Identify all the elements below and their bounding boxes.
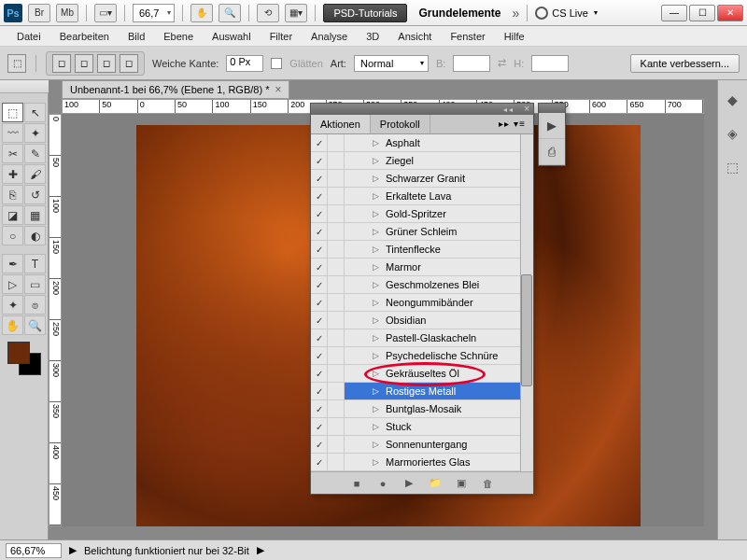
action-dialog-toggle[interactable] bbox=[328, 259, 345, 275]
action-toggle-check[interactable]: ✓ bbox=[311, 188, 328, 204]
expand-icon[interactable]: ▷ bbox=[373, 138, 384, 147]
close-button[interactable]: ✕ bbox=[717, 5, 743, 21]
minibridge-button[interactable]: Mb bbox=[56, 4, 78, 22]
blur-tool[interactable]: ○ bbox=[2, 226, 23, 245]
panel-close-icon[interactable]: × bbox=[524, 104, 529, 114]
heal-tool[interactable]: ✚ bbox=[2, 164, 23, 184]
tab-protokoll[interactable]: Protokoll bbox=[371, 115, 430, 133]
panel-titlebar[interactable]: ◂◂× bbox=[311, 104, 533, 115]
status-menu-icon[interactable]: ▶ bbox=[257, 544, 264, 556]
expand-icon[interactable]: ▷ bbox=[373, 440, 384, 449]
menu-filter[interactable]: Filter bbox=[261, 28, 302, 45]
wand-tool[interactable]: ✦ bbox=[24, 123, 46, 143]
layers-icon[interactable]: ⬚ bbox=[723, 157, 743, 177]
action-toggle-check[interactable]: ✓ bbox=[311, 365, 328, 382]
zoom-dropdown[interactable]: 66,7 bbox=[133, 4, 175, 22]
action-dialog-toggle[interactable] bbox=[328, 170, 345, 187]
action-item[interactable]: ✓▷Grüner Schleim bbox=[311, 223, 533, 241]
expand-icon[interactable]: ▷ bbox=[373, 191, 384, 201]
action-dialog-toggle[interactable] bbox=[328, 205, 345, 222]
shape-tool[interactable]: ▭ bbox=[24, 274, 46, 294]
action-dialog-toggle[interactable] bbox=[328, 188, 345, 204]
action-item[interactable]: ✓▷Buntglas-Mosaik bbox=[311, 400, 533, 418]
history-brush-tool[interactable]: ↺ bbox=[24, 185, 46, 204]
action-item[interactable]: ✓▷Schwarzer Granit bbox=[311, 170, 533, 188]
foreground-color[interactable] bbox=[7, 342, 30, 364]
hand-tool[interactable]: ✋ bbox=[2, 315, 23, 335]
expand-icon[interactable]: ▷ bbox=[373, 315, 384, 325]
action-item[interactable]: ✓▷Marmor bbox=[311, 259, 533, 276]
action-dialog-toggle[interactable] bbox=[328, 276, 345, 293]
action-toggle-check[interactable]: ✓ bbox=[311, 259, 328, 275]
lasso-tool[interactable]: 〰 bbox=[2, 123, 23, 143]
close-tab-icon[interactable]: × bbox=[275, 83, 281, 96]
pen-tool[interactable]: ✒ bbox=[2, 254, 23, 273]
menu-auswahl[interactable]: Auswahl bbox=[203, 28, 261, 45]
psd-tutorials-button[interactable]: PSD-Tutorials bbox=[323, 4, 407, 22]
menu-3d[interactable]: 3D bbox=[357, 28, 388, 45]
expand-icon[interactable]: ▷ bbox=[373, 351, 384, 360]
stamp-tool[interactable]: ⎘ bbox=[2, 185, 23, 204]
ruler-vertical[interactable]: 050100150200250300350400450 bbox=[49, 114, 62, 526]
arrange-button[interactable]: ▦▾ bbox=[285, 4, 307, 22]
3d-tool[interactable]: ✦ bbox=[2, 295, 23, 315]
action-dialog-toggle[interactable] bbox=[328, 152, 345, 169]
action-item[interactable]: ✓▷Marmoriertes Glas bbox=[311, 454, 533, 471]
style-dropdown[interactable]: Normal bbox=[354, 55, 429, 72]
swatches-icon[interactable]: ◆ bbox=[723, 90, 743, 110]
minimize-button[interactable]: — bbox=[661, 5, 687, 21]
action-item[interactable]: ✓▷Pastell-Glaskacheln bbox=[311, 329, 533, 347]
expand-icon[interactable]: ▷ bbox=[373, 174, 384, 183]
expand-icon[interactable]: ▷ bbox=[373, 422, 384, 431]
action-item[interactable]: ✓▷Neongummibänder bbox=[311, 294, 533, 312]
action-toggle-check[interactable]: ✓ bbox=[311, 294, 328, 311]
eraser-tool[interactable]: ◪ bbox=[2, 205, 23, 225]
action-item[interactable]: ✓▷Ziegel bbox=[311, 152, 533, 170]
expand-icon[interactable]: ▷ bbox=[373, 298, 384, 307]
menu-fenster[interactable]: Fenster bbox=[441, 28, 494, 45]
menu-bearbeiten[interactable]: Bearbeiten bbox=[50, 28, 119, 45]
action-toggle-check[interactable]: ✓ bbox=[311, 400, 328, 417]
marquee-tool-icon[interactable]: ⬚ bbox=[7, 54, 26, 73]
menu-datei[interactable]: Datei bbox=[7, 28, 50, 45]
new-set-icon[interactable]: 📁 bbox=[428, 476, 443, 491]
action-item[interactable]: ✓▷Obsidian bbox=[311, 312, 533, 329]
action-toggle-check[interactable]: ✓ bbox=[311, 329, 328, 346]
action-toggle-check[interactable]: ✓ bbox=[311, 418, 328, 435]
crop-tool[interactable]: ✂ bbox=[2, 144, 23, 163]
action-toggle-check[interactable]: ✓ bbox=[311, 312, 328, 329]
sel-sub-icon[interactable]: ◻ bbox=[97, 54, 116, 73]
rotate-button[interactable]: ⟲ bbox=[257, 4, 279, 22]
action-toggle-check[interactable]: ✓ bbox=[311, 454, 328, 470]
stop-icon[interactable]: ■ bbox=[349, 476, 364, 491]
action-toggle-check[interactable]: ✓ bbox=[311, 205, 328, 222]
sel-new-icon[interactable]: ◻ bbox=[52, 54, 71, 73]
workspace-label[interactable]: Grundelemente bbox=[413, 7, 506, 20]
action-dialog-toggle[interactable] bbox=[328, 134, 345, 151]
action-toggle-check[interactable]: ✓ bbox=[311, 223, 328, 240]
action-dialog-toggle[interactable] bbox=[328, 312, 345, 329]
eyedropper-tool[interactable]: ✎ bbox=[24, 144, 46, 163]
hand-button[interactable]: ✋ bbox=[190, 4, 213, 22]
sel-int-icon[interactable]: ◻ bbox=[120, 54, 138, 73]
feather-input[interactable]: 0 Px bbox=[226, 55, 263, 72]
dodge-tool[interactable]: ◐ bbox=[24, 226, 46, 245]
menu-ansicht[interactable]: Ansicht bbox=[388, 28, 441, 45]
antialias-check[interactable] bbox=[271, 58, 282, 69]
menu-bild[interactable]: Bild bbox=[119, 28, 154, 45]
action-item[interactable]: ✓▷Erkaltete Lava bbox=[311, 188, 533, 205]
sel-add-icon[interactable]: ◻ bbox=[75, 54, 93, 73]
maximize-button[interactable]: ☐ bbox=[689, 5, 715, 21]
action-item[interactable]: ✓▷Gekräuseltes Öl bbox=[311, 365, 533, 383]
action-dialog-toggle[interactable] bbox=[328, 436, 345, 453]
cslive-button[interactable]: CS Live▾ bbox=[535, 7, 598, 20]
trash-icon[interactable]: 🗑 bbox=[480, 476, 495, 491]
marquee-tool[interactable]: ⬚ bbox=[2, 103, 23, 122]
type-tool[interactable]: T bbox=[24, 254, 46, 273]
menu-ebene[interactable]: Ebene bbox=[154, 28, 203, 45]
panel-dock-float[interactable]: ▶ ⎙ bbox=[538, 103, 566, 166]
zoom-tool[interactable]: 🔍 bbox=[24, 315, 46, 335]
3d-cam-tool[interactable]: ⌾ bbox=[24, 295, 46, 315]
expand-icon[interactable]: ▷ bbox=[373, 227, 384, 236]
scroll-thumb[interactable] bbox=[521, 274, 532, 386]
